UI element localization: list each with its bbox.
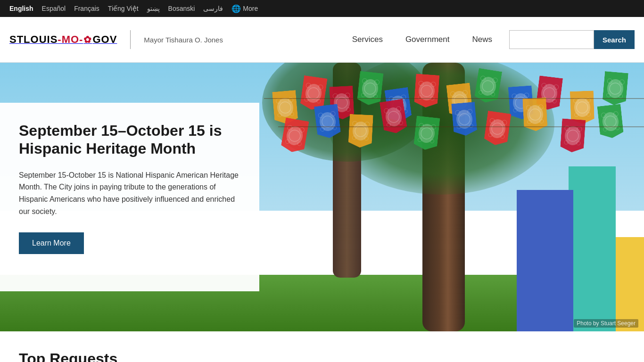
svg-point-74 (364, 136, 368, 140)
svg-point-80 (421, 127, 433, 140)
svg-point-37 (492, 77, 497, 82)
svg-point-9 (316, 99, 321, 103)
svg-point-17 (374, 80, 380, 85)
title-gov: GOV (92, 33, 117, 45)
svg-point-100 (567, 130, 579, 142)
svg-point-92 (502, 120, 507, 125)
lang-viet[interactable]: Tiếng Việt (108, 5, 139, 12)
lang-english[interactable]: English (9, 5, 33, 12)
svg-point-58 (606, 93, 611, 97)
lang-francais[interactable]: Français (74, 5, 99, 12)
papel-picado-flag (414, 74, 440, 108)
svg-point-77 (396, 106, 401, 111)
svg-point-81 (419, 123, 424, 128)
papel-picado-flag (451, 102, 478, 137)
title-fleur: ✿ (83, 34, 92, 45)
top-requests-title: Top Requests (19, 350, 625, 362)
svg-point-63 (285, 140, 289, 144)
svg-point-27 (431, 82, 436, 87)
papel-picado-flag (348, 114, 373, 148)
svg-point-95 (529, 108, 541, 120)
hero-body: September 15-October 15 is National Hisp… (19, 169, 240, 217)
svg-point-62 (299, 127, 305, 133)
svg-point-18 (361, 93, 365, 97)
svg-point-6 (306, 83, 311, 88)
svg-point-31 (450, 91, 455, 97)
svg-point-84 (430, 139, 434, 143)
nav-services[interactable]: Services (341, 30, 394, 49)
building-blue (517, 190, 573, 331)
svg-point-71 (353, 121, 358, 126)
svg-point-42 (524, 93, 529, 98)
svg-point-64 (297, 141, 302, 146)
svg-point-53 (574, 113, 578, 116)
svg-point-46 (541, 83, 546, 88)
svg-point-49 (553, 99, 557, 103)
building-teal (569, 166, 616, 331)
svg-point-93 (488, 133, 493, 137)
svg-point-35 (481, 80, 494, 92)
lang-espanol[interactable]: Español (42, 5, 66, 12)
svg-point-54 (586, 112, 590, 116)
search-input[interactable] (509, 30, 594, 49)
hero-title: September 15–October 15 is Hispanic Heri… (19, 122, 240, 158)
lang-farsi[interactable]: فارسی (203, 5, 223, 12)
hero-content: September 15–October 15 is Hispanic Heri… (0, 103, 259, 291)
svg-point-60 (288, 129, 301, 142)
svg-point-108 (603, 127, 607, 132)
svg-point-66 (318, 113, 323, 118)
svg-point-38 (479, 90, 483, 94)
lang-bosnian[interactable]: Bosanski (168, 5, 195, 12)
translate-icon: 🌐 (231, 4, 241, 13)
svg-point-86 (455, 110, 460, 115)
svg-point-87 (467, 109, 472, 115)
banner-string (278, 126, 644, 127)
svg-point-7 (318, 84, 323, 90)
more-languages-button[interactable]: 🌐 More (231, 4, 258, 13)
svg-point-16 (362, 78, 367, 83)
banner-string (264, 98, 644, 99)
svg-point-61 (287, 125, 293, 131)
lang-pashto[interactable]: پښتو (147, 5, 160, 12)
svg-point-55 (609, 82, 621, 95)
search-area: Search (509, 30, 635, 49)
svg-point-76 (384, 108, 389, 113)
svg-point-36 (480, 75, 486, 81)
svg-point-97 (538, 105, 544, 110)
svg-point-85 (458, 113, 471, 125)
svg-point-68 (320, 127, 324, 132)
papel-picado-flag (560, 118, 586, 153)
svg-point-32 (462, 90, 468, 95)
svg-point-26 (419, 81, 424, 86)
svg-point-25 (421, 85, 433, 97)
svg-point-50 (577, 102, 588, 114)
search-button[interactable]: Search (594, 30, 635, 49)
svg-point-43 (513, 108, 518, 113)
mayor-name: Mayor Tishaura O. Jones (144, 36, 223, 44)
svg-point-3 (278, 113, 282, 117)
svg-point-4 (290, 112, 294, 116)
site-title: STLOUIS-MO-✿GOV (9, 33, 117, 45)
svg-point-12 (345, 93, 350, 98)
svg-point-15 (364, 82, 376, 95)
svg-point-103 (564, 140, 569, 145)
svg-point-90 (491, 122, 504, 135)
papel-picado-flag (602, 71, 628, 106)
svg-point-14 (347, 107, 350, 111)
svg-point-99 (540, 119, 544, 123)
svg-point-102 (577, 127, 582, 132)
svg-point-83 (418, 138, 422, 142)
language-bar: English Español Français Tiếng Việt پښتو… (0, 0, 644, 17)
nav-news[interactable]: News (461, 30, 504, 49)
learn-more-button[interactable]: Learn More (19, 232, 84, 254)
site-logo[interactable]: STLOUIS-MO-✿GOV (9, 33, 117, 46)
svg-point-106 (601, 113, 606, 118)
svg-point-56 (607, 79, 612, 84)
nav-government[interactable]: Government (394, 30, 461, 49)
svg-point-67 (330, 111, 336, 116)
svg-point-0 (279, 101, 291, 114)
svg-point-91 (490, 118, 495, 123)
svg-point-73 (352, 136, 356, 140)
svg-point-1 (276, 99, 281, 104)
svg-point-104 (577, 141, 581, 146)
